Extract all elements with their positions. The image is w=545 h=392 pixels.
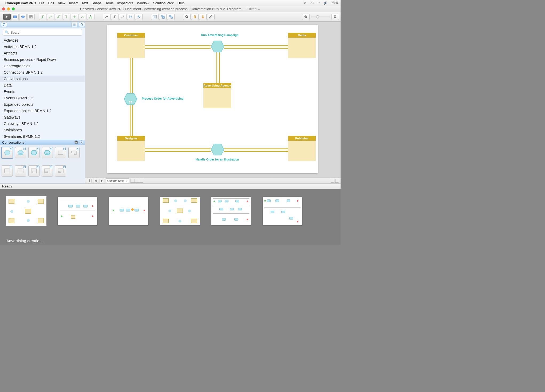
tool-tree[interactable] [87, 14, 94, 20]
bluetooth-icon[interactable]: ⌦ [310, 1, 314, 5]
diagram-page[interactable]: Customer Media Advertising Agency Design… [107, 25, 318, 173]
title-dropdown-icon[interactable]: ⌄ [256, 7, 260, 11]
tool-align-h[interactable] [127, 14, 135, 20]
window-close-button[interactable] [2, 7, 5, 10]
stencil-sub-conversation[interactable] [15, 147, 26, 158]
page-tab-1[interactable] [131, 179, 135, 183]
gallery-thumb-2[interactable] [58, 197, 97, 225]
gallery-thumb-6[interactable] [263, 197, 302, 225]
menu-shape[interactable]: Shape [92, 1, 102, 5]
menu-text[interactable]: Text [81, 1, 88, 5]
stencil-participant-rect[interactable] [55, 147, 66, 158]
gallery-thumb-5[interactable] [211, 197, 251, 225]
tool-text[interactable] [27, 14, 35, 20]
lib-item-activities[interactable]: Activities [0, 37, 85, 44]
menu-solution-park[interactable]: Solution Park [153, 1, 173, 5]
participant-publisher[interactable]: Publisher [288, 136, 316, 161]
tool-ungroup[interactable] [167, 14, 175, 20]
menu-insert[interactable]: Insert [69, 1, 78, 5]
tool-connector-4[interactable] [63, 14, 70, 20]
stencil-pool-2[interactable] [15, 165, 26, 177]
history-icon[interactable]: ↻ [303, 1, 306, 5]
tool-pointer[interactable] [3, 14, 11, 20]
stencil-pool-3[interactable] [28, 165, 40, 177]
lib-item-expanded[interactable]: Expanded objects [0, 101, 85, 108]
tool-connector-5[interactable] [71, 14, 78, 20]
tool-connector-2[interactable] [47, 14, 54, 20]
tool-line-1[interactable] [103, 14, 110, 20]
zoom-slider[interactable] [311, 17, 330, 17]
view-mode-1[interactable] [331, 179, 334, 183]
gallery-thumb-4[interactable] [160, 197, 200, 225]
library-search-input[interactable] [3, 29, 82, 36]
lib-item-swimlanes[interactable]: Swimlanes [0, 127, 85, 133]
menu-tools[interactable]: Tools [105, 1, 113, 5]
tool-group[interactable] [159, 14, 167, 20]
tool-line-3[interactable] [119, 14, 127, 20]
tool-rectangle[interactable] [11, 14, 19, 20]
lib-item-expanded-12[interactable]: Expanded objects BPMN 1.2 [0, 108, 85, 114]
menu-edit[interactable]: Edit [48, 1, 54, 5]
tool-hand[interactable] [191, 14, 199, 20]
lib-item-activities-12[interactable]: Activities BPMN 1.2 [0, 44, 85, 50]
sidebar-tab-search[interactable] [79, 22, 85, 27]
tool-distribute[interactable] [135, 14, 143, 20]
stencil-call-sub-conversation[interactable] [42, 147, 53, 158]
page-pause-button[interactable]: ‖ [87, 179, 92, 183]
tool-select-group[interactable] [151, 14, 159, 20]
window-minimize-button[interactable] [7, 7, 10, 10]
conversation-handle-order[interactable]: Handle Order for an Illustration [211, 143, 224, 156]
page-tab-2[interactable] [135, 179, 139, 183]
tool-eyedropper[interactable] [207, 14, 215, 20]
stencil-conversation[interactable] [2, 147, 13, 158]
lib-item-rapid-draw[interactable]: Business process - Rapid Draw [0, 56, 85, 63]
stencil-call-conversation[interactable] [28, 147, 40, 158]
stencil-pool-1[interactable] [2, 165, 13, 177]
participant-customer[interactable]: Customer [117, 33, 145, 58]
conversation-run-campaign[interactable]: Run Advertising Campaign [211, 40, 224, 53]
gallery-thumb-3[interactable] [109, 197, 148, 225]
zoom-in-button[interactable] [331, 14, 339, 20]
window-zoom-button[interactable] [12, 7, 15, 10]
stencil-pool-4[interactable] [42, 165, 53, 177]
zoom-select[interactable]: Custom 63%⇅ [106, 178, 129, 183]
page-prev-button[interactable]: ◀ [93, 179, 98, 183]
tool-connector-3[interactable] [55, 14, 62, 20]
gallery-thumb-1[interactable] [6, 197, 46, 225]
lib-item-conversations[interactable]: Conversations [0, 76, 85, 82]
stencil-pool-5[interactable] [55, 165, 66, 177]
app-name[interactable]: ConceptDraw PRO [5, 1, 36, 5]
tool-connector-1[interactable] [39, 14, 46, 20]
participant-media[interactable]: Media [288, 33, 316, 58]
zoom-slider-thumb[interactable] [316, 15, 319, 18]
participant-designer[interactable]: Designer [117, 136, 145, 161]
sidebar-tab-libraries[interactable] [1, 22, 7, 27]
tool-search[interactable] [183, 14, 191, 20]
tool-line-2[interactable] [111, 14, 119, 20]
zoom-out-button[interactable] [302, 14, 310, 20]
canvas-scroll[interactable]: Customer Media Advertising Agency Design… [85, 22, 341, 178]
stencil-participant-l[interactable] [68, 147, 80, 158]
tool-person[interactable] [199, 14, 207, 20]
conversation-process-order[interactable]: Process Order for Advertising [124, 93, 137, 105]
menu-file[interactable]: File [39, 1, 45, 5]
tool-connector-6[interactable] [79, 14, 86, 20]
lib-item-artifacts[interactable]: Artifacts [0, 50, 85, 56]
template-gallery[interactable]: Advertising creatio… [0, 189, 341, 245]
sidebar-tab-list[interactable] [72, 22, 77, 27]
lib-item-swimlanes-12[interactable]: Swimlanes BPMN 1.2 [0, 133, 85, 140]
tool-ellipse[interactable] [19, 14, 27, 20]
stencil-close-icon[interactable]: ✕ [80, 140, 83, 144]
stencil-save-icon[interactable]: 💾 [74, 140, 78, 144]
menu-window[interactable]: Window [137, 1, 149, 5]
page-next-button[interactable]: ▶ [100, 179, 104, 183]
menu-help[interactable]: Help [177, 1, 185, 5]
menu-inspectors[interactable]: Inspectors [117, 1, 133, 5]
lib-item-events-12[interactable]: Events BPMN 1.2 [0, 95, 85, 101]
lib-item-choreographies[interactable]: Choreographies [0, 63, 85, 69]
wifi-icon[interactable]: ⌔ [318, 1, 320, 5]
volume-icon[interactable]: 🔊 [323, 1, 327, 5]
lib-item-events[interactable]: Events [0, 88, 85, 95]
view-mode-2[interactable] [335, 179, 339, 183]
lib-item-gateways[interactable]: Gateways [0, 114, 85, 120]
